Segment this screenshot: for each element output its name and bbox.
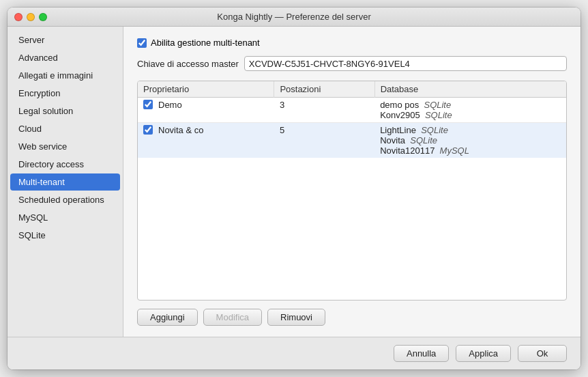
enable-multitenant-label: Abilita gestione multi-tenant [151,38,260,48]
owner-cell: Demo [138,98,274,123]
sidebar-item-mysql[interactable]: MySQL [10,209,120,226]
db-row: Novita120117 MySQL [380,145,561,156]
minimize-button[interactable] [27,13,35,21]
novita-checkbox[interactable] [143,125,153,135]
sidebar: Server Advanced Allegati e immagini Encr… [8,27,123,337]
titlebar: Konga Nightly — Preferenze del server [8,8,580,27]
sidebar-item-legal[interactable]: Legal solution [10,102,120,120]
novita-postazioni: 5 [274,123,374,158]
sidebar-item-advanced[interactable]: Advanced [10,49,120,66]
db-row: LightLine SQLite [380,125,561,135]
demo-checkbox[interactable] [143,100,153,109]
rimuovi-button[interactable]: Rimuovi [267,309,325,326]
enable-multitenant-checkbox[interactable] [137,38,147,48]
col-database: Database [374,81,566,98]
access-key-label: Chiave di accesso master [137,59,239,69]
close-button[interactable] [14,13,23,21]
col-proprietario: Proprietario [138,81,274,98]
sidebar-item-encryption[interactable]: Encryption [10,85,120,102]
sidebar-item-sqlite[interactable]: SQLite [10,227,120,244]
aggiungi-button[interactable]: Aggiungi [137,309,198,326]
access-key-row: Chiave di accesso master [137,56,567,71]
table-row[interactable]: Novita & co 5 LightLine SQLite Novita SQ… [138,123,566,158]
sidebar-item-server[interactable]: Server [10,31,120,48]
annulla-button[interactable]: Annulla [394,345,449,362]
novita-owner-label: Novita & co [158,125,203,135]
db-row: Konv2905 SQLite [380,110,561,120]
sidebar-item-directory[interactable]: Directory access [10,156,120,173]
demo-databases: demo pos SQLite Konv2905 SQLite [374,98,566,123]
novita-databases: LightLine SQLite Novita SQLite Novita120… [374,123,566,158]
db-row: Novita SQLite [380,135,561,145]
tenants-table-container: Proprietario Postazioni Database Demo [137,81,567,301]
sidebar-item-multitenant[interactable]: Multi-tenant [10,173,120,191]
access-key-input[interactable] [244,56,567,71]
owner-cell: Novita & co [138,123,274,158]
maximize-button[interactable] [39,13,47,21]
col-postazioni: Postazioni [274,81,374,98]
sidebar-item-cloud[interactable]: Cloud [10,120,120,137]
window-controls [14,13,47,21]
db-row: demo pos SQLite [380,100,561,110]
main-panel: Abilita gestione multi-tenant Chiave di … [123,27,580,337]
demo-owner-label: Demo [158,100,182,110]
sidebar-item-allegati[interactable]: Allegati e immagini [10,67,120,84]
modifica-button[interactable]: Modifica [203,309,262,326]
tenants-table: Proprietario Postazioni Database Demo [138,81,566,158]
main-window: Konga Nightly — Preferenze del server Se… [8,8,580,369]
ok-button[interactable]: Ok [518,345,567,362]
window-title: Konga Nightly — Preferenze del server [217,12,370,22]
enable-multitenant-row: Abilita gestione multi-tenant [137,38,567,48]
sidebar-item-scheduled[interactable]: Scheduled operations [10,191,120,208]
table-row[interactable]: Demo 3 demo pos SQLite Konv2905 SQLite [138,98,566,123]
content-area: Server Advanced Allegati e immagini Encr… [8,27,580,337]
actions-row: Aggiungi Modifica Rimuovi [137,309,567,326]
demo-postazioni: 3 [274,98,374,123]
applica-button[interactable]: Applica [456,345,511,362]
footer: Annulla Applica Ok [8,337,580,369]
sidebar-item-webservice[interactable]: Web service [10,138,120,155]
